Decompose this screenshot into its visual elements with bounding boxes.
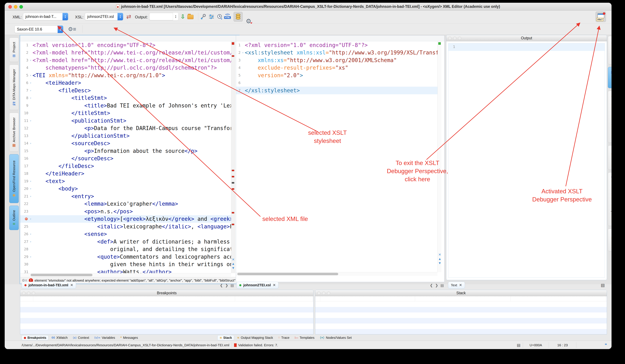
debug-stack-coins-icon[interactable] bbox=[234, 12, 243, 22]
table-row[interactable] bbox=[20, 301, 313, 307]
breakpoints-rows[interactable] bbox=[20, 301, 313, 334]
bottom-tab[interactable]: ❝ Messages bbox=[118, 335, 140, 340]
code-line[interactable]: 5▿<TEI xmlns="http://www.tei-c.org/ns/1.… bbox=[20, 72, 231, 79]
table-row[interactable] bbox=[20, 329, 313, 335]
fold-toggle-icon[interactable]: ▿ bbox=[29, 217, 32, 221]
fold-toggle-icon[interactable]: ▿ bbox=[29, 81, 32, 84]
output-combo[interactable]: ▲▼ bbox=[149, 13, 179, 20]
code-line[interactable]: 27▿ <def>A writer of dictionaries; a har… bbox=[20, 238, 231, 246]
code-line[interactable]: 2<?xml-model href="http://www.tei-c.org/… bbox=[20, 49, 231, 56]
column-header[interactable] bbox=[415, 296, 511, 301]
code-line[interactable]: 16 </sourceDesc> bbox=[20, 155, 231, 162]
xslt-debugger-perspective-button[interactable]: XSLT bbox=[595, 12, 606, 22]
code-line[interactable]: 13 </publicationStmt> bbox=[20, 132, 231, 140]
table-row[interactable] bbox=[20, 312, 313, 318]
code-line[interactable]: 3▿<?xml-model href="http://www.tei-c.org… bbox=[20, 56, 231, 64]
side-tab[interactable]: Open/Find Resource ◉ bbox=[9, 154, 19, 203]
config-sliders-icon[interactable] bbox=[207, 13, 216, 21]
output-text-tab[interactable]: Text ✕ bbox=[448, 282, 465, 289]
bottom-tab[interactable]: ∵ Trace bbox=[276, 335, 291, 340]
table-row[interactable] bbox=[315, 329, 607, 335]
fold-toggle-icon[interactable]: ▿ bbox=[29, 255, 32, 258]
code-line[interactable]: 1<?xml version="1.0" encoding="UTF-8"?> bbox=[236, 41, 438, 49]
error-stripe[interactable] bbox=[231, 41, 235, 273]
code-line[interactable]: 6▿ <teiHeader> bbox=[20, 79, 231, 87]
code-line[interactable]: 23 <pos>n.s.</pos> bbox=[20, 208, 231, 215]
bottom-tab[interactable]: ≋ Output Mapping Stack bbox=[235, 335, 275, 340]
code-line[interactable]: 31 <author>Watts.</author> bbox=[20, 268, 231, 273]
xml-file-combo[interactable]: johnson-in-bad-T... ▲▼ bbox=[23, 13, 68, 20]
xml-code-editor[interactable]: 1<?xml version="1.0" encoding="UTF-8"?>2… bbox=[20, 41, 231, 273]
feedback-bubble-icon[interactable]: ❝ bbox=[605, 342, 607, 348]
column-header[interactable] bbox=[33, 296, 235, 301]
tab-scroll-arrows[interactable]: ❮❯▤ bbox=[430, 283, 444, 288]
scrollbar-thumb[interactable] bbox=[237, 273, 338, 275]
table-row[interactable] bbox=[20, 318, 313, 324]
horizontal-scrollbar[interactable] bbox=[20, 273, 231, 277]
code-line[interactable]: 21▿ <entry> bbox=[20, 193, 231, 200]
code-line[interactable]: 22 <lemma>Lexico'grapher</lemma> bbox=[20, 200, 231, 208]
column-header[interactable] bbox=[511, 296, 606, 301]
bottom-tab[interactable]: (v)= Variables bbox=[92, 335, 117, 340]
side-tab[interactable]: Archive Browser ▦ bbox=[9, 113, 19, 152]
wrench-icon[interactable] bbox=[199, 13, 207, 21]
stack-rows[interactable] bbox=[315, 301, 607, 334]
horizontal-scrollbar[interactable] bbox=[236, 272, 438, 276]
table-row[interactable] bbox=[20, 324, 313, 329]
open-folder-icon[interactable] bbox=[187, 15, 193, 19]
code-line[interactable]: 25 <italic>lexicographe</italic>, <langu… bbox=[20, 223, 231, 230]
side-tab[interactable]: Project ⊞ bbox=[9, 38, 19, 62]
side-tab[interactable]: ▮ Entities bbox=[608, 228, 612, 251]
tab-scroll-arrows[interactable]: ❮❯▤ bbox=[220, 283, 234, 288]
fold-toggle-icon[interactable]: ▿ bbox=[29, 232, 32, 236]
table-row[interactable] bbox=[20, 307, 313, 312]
table-row[interactable] bbox=[315, 312, 607, 318]
breakpoint-bulb-icon[interactable] bbox=[25, 218, 28, 220]
side-tab[interactable]: DITA Maps Manager DI TA bbox=[9, 64, 19, 110]
code-line[interactable]: 18 </teiHeader> bbox=[20, 170, 231, 177]
code-line[interactable]: 17 </fileDesc> bbox=[20, 162, 231, 170]
code-line[interactable]: 4 schematypens="http://purl.oclc.org/dsd… bbox=[20, 64, 231, 72]
fold-toggle-icon[interactable]: ▿ bbox=[29, 195, 32, 198]
side-tab[interactable]: a Attributes bbox=[608, 36, 612, 64]
vertical-scrollbar[interactable] bbox=[438, 41, 441, 272]
code-line[interactable]: 29▿ <quote>Commentators and lexicographe… bbox=[20, 253, 231, 261]
close-tab-icon[interactable]: ✕ bbox=[459, 283, 462, 287]
column-header[interactable] bbox=[235, 296, 313, 301]
code-line[interactable]: 11▿ <publicationStmt> bbox=[20, 117, 231, 125]
code-line[interactable]: 7▿ <fileDesc> bbox=[20, 87, 231, 94]
find-navigation-icons[interactable]: ✕▲▼ bbox=[232, 258, 235, 270]
side-tab[interactable]: ▦ Model bbox=[608, 67, 612, 88]
scrollbar-thumb[interactable] bbox=[31, 274, 93, 276]
column-header[interactable] bbox=[20, 296, 33, 301]
fold-toggle-icon[interactable]: ▿ bbox=[29, 240, 32, 243]
side-tab[interactable]: ⬡ DITA Reusable Components bbox=[608, 172, 612, 226]
xsl-editor-tab[interactable]: johnson2TEI.xsl ✕ bbox=[237, 282, 279, 289]
code-line[interactable]: 12 <p>Data for the DARIAH-Campus course … bbox=[20, 125, 231, 132]
table-row[interactable] bbox=[315, 301, 607, 307]
side-tab[interactable]: ⟨⟩ Elements bbox=[608, 145, 612, 170]
code-line[interactable]: 5 version="2.0"> bbox=[236, 72, 438, 79]
code-line[interactable]: 30 given these hints in their writings o… bbox=[20, 261, 231, 268]
output-pane-header[interactable]: Output bbox=[446, 35, 607, 41]
swap-source-icon[interactable]: ⇄ bbox=[125, 13, 133, 21]
code-line[interactable]: 14▿ <sourceDesc> bbox=[20, 140, 231, 147]
fold-toggle-icon[interactable]: ▿ bbox=[29, 59, 32, 62]
code-line[interactable]: 19▿ <text> bbox=[20, 177, 231, 185]
xsl-code-editor[interactable]: 1<?xml version="1.0" encoding="UTF-8"?>2… bbox=[236, 41, 438, 272]
zoom-window-button[interactable] bbox=[19, 5, 23, 9]
breakpoints-panel-header[interactable]: Breakpoints bbox=[20, 290, 313, 296]
code-line[interactable]: ▿ <etymology>[<greek>λεξικὸν</greek> and… bbox=[20, 215, 231, 223]
table-row[interactable] bbox=[315, 324, 607, 329]
combo-stepper-icon[interactable]: ▲▼ bbox=[173, 13, 178, 20]
output-options-icon[interactable]: ▤ bbox=[601, 283, 605, 288]
code-line[interactable]: 15 <p>Information about the source</p> bbox=[20, 147, 231, 155]
table-row[interactable] bbox=[315, 318, 607, 324]
code-line[interactable]: 2▿<xsl:stylesheet xmlns:xsl="http://www.… bbox=[236, 49, 438, 56]
fold-toggle-icon[interactable]: ▿ bbox=[241, 51, 245, 54]
column-header[interactable] bbox=[315, 296, 320, 301]
apply-output-icon[interactable]: ⇩ bbox=[179, 13, 187, 21]
table-row[interactable] bbox=[315, 307, 607, 312]
bottom-tab[interactable]: ⟨x⟩ Context bbox=[71, 335, 91, 340]
bottom-tab[interactable]: ≋ Stack bbox=[218, 335, 234, 340]
